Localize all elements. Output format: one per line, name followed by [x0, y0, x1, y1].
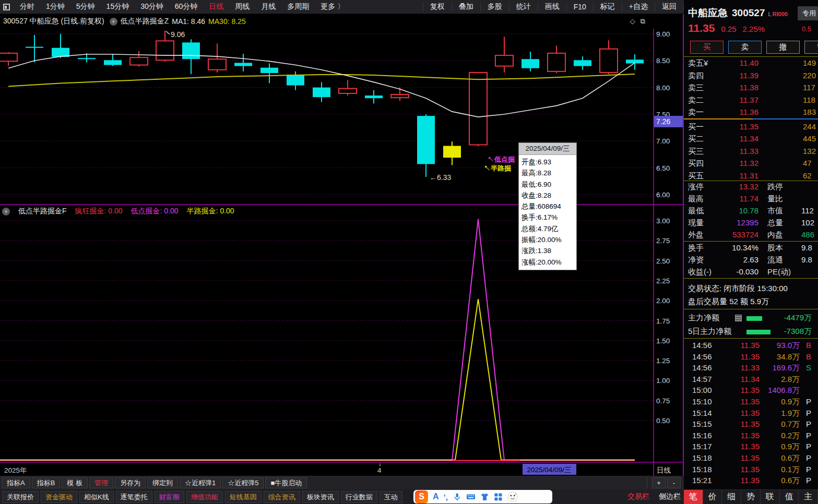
quote-bottom-tabs: 笔价细势联值主 — [684, 489, 818, 504]
bottom-bar-item[interactable]: 财富圈 — [155, 491, 184, 503]
quote-tab-势[interactable]: 势 — [741, 490, 761, 504]
order-book-row[interactable]: 卖一11.36183 — [684, 106, 818, 119]
collapse-chevron-icon[interactable]: ∨ — [110, 18, 117, 26]
bottom-bar-item[interactable]: 短线基因 — [225, 491, 262, 503]
quote-tab-细[interactable]: 细 — [722, 490, 741, 504]
diamond-icon[interactable]: ◇ — [630, 17, 635, 26]
action-item[interactable]: F10 — [566, 3, 593, 11]
order-book-row[interactable]: 卖二11.37118 — [684, 94, 818, 107]
action-item[interactable]: 返回 — [655, 2, 684, 11]
order-button-1[interactable]: 卖 — [728, 41, 762, 54]
quote-tab-笔[interactable]: 笔 — [684, 490, 703, 504]
zoom-in-button[interactable]: + — [652, 477, 666, 488]
tick-time: 14:56 — [692, 352, 712, 361]
action-item[interactable]: 叠加 — [452, 2, 480, 11]
detail-icon[interactable] — [735, 315, 742, 321]
indicator-tab[interactable]: 管理 — [89, 477, 113, 488]
sogou-logo-icon[interactable]: S — [415, 490, 428, 503]
indicator-tab[interactable]: ■牛股启动 — [265, 477, 307, 488]
action-item[interactable]: 标记 — [593, 2, 622, 11]
quote-tab-价[interactable]: 价 — [703, 490, 722, 504]
apps-grid-icon[interactable] — [494, 493, 503, 501]
punctuation-icon[interactable]: ’, — [444, 493, 448, 501]
ob-label: 卖一 — [688, 107, 704, 117]
indicator-tab[interactable]: 指标B — [32, 477, 61, 488]
tick-flag: P — [806, 431, 811, 440]
order-book-row[interactable]: 买一11.35244 — [684, 121, 818, 134]
order-book-row[interactable]: 卖四11.39220 — [684, 70, 818, 82]
tooltip-date: 2025/04/09/三 — [519, 143, 576, 155]
price-change: 0.25 — [721, 25, 736, 33]
flow-label: 5日主力净额 — [688, 327, 731, 337]
order-button-0[interactable]: 买 — [690, 41, 724, 54]
period-item[interactable]: 30分钟 — [135, 2, 169, 11]
action-item[interactable]: 画线 — [538, 2, 566, 11]
tick-row: 15:1711.350.9万P — [684, 441, 818, 453]
action-item[interactable]: 多股 — [480, 2, 509, 11]
quote-tab-联[interactable]: 联 — [761, 490, 780, 504]
microphone-icon[interactable] — [453, 493, 461, 501]
quote-corner-tab[interactable]: 专用 — [798, 6, 818, 20]
indicator-tab[interactable]: 模 板 — [62, 477, 88, 488]
input-method-bar: S A ’, — [413, 490, 552, 503]
period-item[interactable]: 60分钟 — [169, 2, 204, 11]
side-bar-toggle[interactable]: 侧边栏 — [659, 492, 681, 501]
emoji-face-icon[interactable] — [507, 491, 518, 502]
tick-amount: 93.0万 — [748, 341, 800, 351]
period-item[interactable]: 日线 — [203, 2, 229, 11]
indicator-tab[interactable]: 另存为 — [115, 477, 146, 488]
clothing-icon[interactable] — [480, 493, 489, 501]
bottom-bar-item[interactable]: 互动 — [380, 491, 402, 503]
period-item[interactable]: 1分钟 — [40, 2, 70, 11]
keyboard-icon[interactable] — [466, 492, 476, 501]
order-buttons: 买卖撤警 — [690, 41, 818, 54]
window-icon[interactable] — [3, 4, 10, 10]
bottom-bar-item[interactable]: 逐笔委托 — [116, 491, 152, 503]
ime-language-icon[interactable]: A — [433, 492, 439, 501]
indicator-tab[interactable]: ☆近程弹5 — [222, 477, 264, 488]
action-item[interactable]: +自选 — [622, 2, 655, 11]
collapse-chevron-icon[interactable]: ∨ — [2, 208, 10, 215]
price-tick-label: 8.00 — [656, 84, 670, 92]
period-item[interactable]: 周线 — [229, 2, 255, 11]
action-item[interactable]: 复权 — [423, 2, 452, 11]
bottom-bar-item[interactable]: 相似K线 — [79, 491, 114, 503]
bottom-bar-item[interactable]: 板块资讯 — [302, 491, 339, 503]
indicator-tab[interactable]: 绑定到 — [147, 477, 178, 488]
bottom-bar-item[interactable]: 行业数据 — [341, 491, 377, 503]
bottom-bar-item[interactable]: 增值功能 — [186, 491, 223, 503]
order-book-row[interactable]: 卖五¥11.40149 — [684, 57, 818, 70]
quote-tab-值[interactable]: 值 — [780, 490, 799, 504]
period-item[interactable]: 分时 — [14, 2, 40, 11]
order-book-row[interactable]: 买二11.34445 — [684, 133, 818, 146]
bottom-bar-item[interactable]: 关联报价 — [2, 491, 39, 503]
panel-divider[interactable] — [683, 14, 684, 476]
period-item[interactable]: 月线 — [255, 2, 281, 11]
trade-bar-toggle[interactable]: 交易栏 — [627, 492, 649, 501]
order-book-divider — [684, 118, 757, 119]
split-window-icon[interactable]: ⧉ — [641, 17, 645, 26]
indicator-tab[interactable]: 指标A — [2, 477, 30, 488]
signal-label: ↖半路掘 — [484, 164, 511, 173]
order-button-2[interactable]: 撤 — [766, 41, 800, 54]
zoom-out-button[interactable]: - — [667, 477, 681, 488]
period-item[interactable]: 5分钟 — [70, 2, 101, 11]
bottom-bar-item[interactable]: 资金驱动 — [41, 491, 77, 503]
period-item[interactable]: 更多 〉 — [315, 2, 350, 11]
quote-tab-主[interactable]: 主 — [799, 490, 818, 504]
order-book-row[interactable]: 买四11.3247 — [684, 158, 818, 170]
action-item[interactable]: 统计 — [509, 2, 538, 11]
tick-time: 15:17 — [692, 442, 712, 451]
period-item[interactable]: 多周期 — [281, 2, 315, 11]
indicator-tab[interactable]: ☆近程弹1 — [180, 477, 221, 488]
candle-down — [260, 68, 278, 73]
period-item[interactable]: 15分钟 — [101, 2, 135, 11]
order-button-3[interactable]: 警 — [804, 41, 818, 54]
ob-price: 11.36 — [707, 107, 758, 116]
app-window: 分时1分钟5分钟15分钟30分钟60分钟日线周线月线多周期更多 〉 复权叠加多股… — [0, 0, 818, 504]
order-book-row[interactable]: 买三11.33132 — [684, 146, 818, 158]
main-chart-canvas[interactable]: 9.008.508.007.507.006.506.003.002.752.50… — [0, 29, 684, 476]
ob-label: 买四 — [688, 159, 704, 169]
bottom-bar-item[interactable]: 综合资讯 — [264, 491, 300, 503]
order-book-row[interactable]: 卖三11.38117 — [684, 82, 818, 94]
